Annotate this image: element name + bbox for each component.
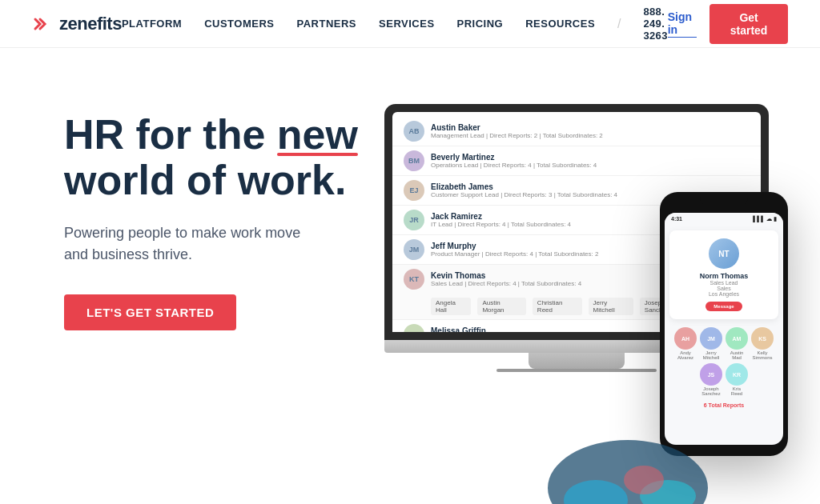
- nav-services[interactable]: SERVICES: [379, 18, 435, 30]
- report-name: AndyAlvarez: [677, 350, 693, 360]
- logo-icon: [32, 13, 54, 35]
- avatar: EJ: [404, 180, 424, 201]
- mini-avatar: AH: [674, 327, 697, 350]
- nav-pricing[interactable]: PRICING: [457, 18, 504, 30]
- table-row: BM Beverly Martinez Operations Lead | Di…: [392, 146, 761, 176]
- phone-device: 4:31 ▌▌▌ ☁ ▮ NT Norm Thomas Sales Lead S…: [660, 192, 788, 456]
- logo[interactable]: zenefits: [32, 13, 122, 35]
- employee-info: Austin Baker Management Lead | Direct Re…: [431, 123, 750, 139]
- phone-number: 888. 249. 3263: [644, 6, 668, 42]
- reports-grid: AH AndyAlvarez JM JerryMitchell AM Austi…: [669, 324, 778, 399]
- laptop-stand: [529, 353, 625, 369]
- total-reports-label: 6 Total Reports: [669, 402, 778, 408]
- cta-button[interactable]: Let's Get Started: [64, 294, 236, 330]
- avatar: KT: [404, 269, 424, 290]
- message-button[interactable]: Message: [705, 302, 742, 311]
- header-actions: Sign in Get started: [668, 4, 788, 44]
- nav-platform[interactable]: PLATFORM: [122, 18, 182, 30]
- report-name: KrisReed: [731, 386, 742, 396]
- phone-notch: [700, 192, 748, 206]
- avatar: BM: [404, 150, 424, 171]
- phone-content: NT Norm Thomas Sales Lead Sales Los Ange…: [665, 226, 783, 413]
- sign-in-link[interactable]: Sign in: [668, 10, 697, 38]
- mini-avatar: KS: [751, 327, 774, 350]
- svg-point-3: [624, 466, 664, 494]
- logo-text: zenefits: [59, 14, 122, 34]
- header: zenefits PLATFORM CUSTOMERS PARTNERS SER…: [0, 0, 820, 48]
- nav-divider: /: [617, 17, 621, 31]
- sub-item: Christian Reed: [533, 298, 582, 315]
- headline-new-word: new: [277, 112, 358, 158]
- phone-signal: ▌▌▌ ☁ ▮: [753, 216, 777, 222]
- report-item: AM AustinMad: [726, 327, 748, 360]
- avatar: MG: [404, 324, 424, 332]
- report-item: KR KrisReed: [726, 363, 748, 396]
- nav-resources[interactable]: RESOURCES: [525, 18, 595, 30]
- report-name: JosephSanchez: [701, 386, 720, 396]
- hero-devices: AB Austin Baker Management Lead | Direct…: [384, 96, 788, 504]
- phone-status-bar: 4:31 ▌▌▌ ☁ ▮: [665, 213, 783, 226]
- map-decoration: [548, 424, 708, 504]
- report-name: JerryMitchell: [703, 350, 719, 360]
- profile-avatar: NT: [709, 238, 739, 269]
- hero-section: HR for the newworld of work. Powering pe…: [0, 48, 820, 504]
- employee-info: Beverly Martinez Operations Lead | Direc…: [431, 153, 750, 169]
- profile-card: NT Norm Thomas Sales Lead Sales Los Ange…: [669, 230, 778, 319]
- employee-title: Management Lead | Direct Reports: 2 | To…: [431, 132, 750, 139]
- profile-location: Los Angeles: [677, 291, 770, 297]
- hero-headline: HR for the newworld of work.: [64, 112, 368, 203]
- employee-name: Austin Baker: [431, 123, 750, 132]
- table-row: AB Austin Baker Management Lead | Direct…: [392, 117, 761, 146]
- sub-item: Angela Hall: [431, 298, 471, 315]
- employee-name: Beverly Martinez: [431, 153, 750, 162]
- nav-customers[interactable]: CUSTOMERS: [204, 18, 274, 30]
- avatar: JM: [404, 239, 424, 260]
- avatar: JR: [404, 210, 424, 230]
- report-name: AustinMad: [730, 350, 744, 360]
- report-item: JS JosephSanchez: [700, 363, 722, 396]
- profile-role: Sales Lead: [677, 280, 770, 286]
- profile-name: Norm Thomas: [677, 272, 770, 280]
- report-item: AH AndyAlvarez: [674, 327, 697, 360]
- mini-avatar: KR: [726, 363, 748, 386]
- mini-avatar: JM: [700, 327, 722, 350]
- report-name: KellySimmons: [752, 350, 772, 360]
- employee-name: Elizabeth James: [431, 182, 750, 191]
- sub-item: Jerry Mitchell: [589, 298, 633, 315]
- hero-subtitle: Powering people to make work move and bu…: [64, 222, 304, 266]
- phone-screen: 4:31 ▌▌▌ ☁ ▮ NT Norm Thomas Sales Lead S…: [665, 213, 783, 445]
- nav-partners[interactable]: PARTNERS: [297, 18, 357, 30]
- report-item: KS KellySimmons: [751, 327, 774, 360]
- mini-avatar: AM: [726, 327, 748, 350]
- mini-avatar: JS: [700, 363, 722, 386]
- report-item: JM JerryMitchell: [700, 327, 722, 360]
- avatar: AB: [404, 121, 424, 142]
- hero-left: HR for the newworld of work. Powering pe…: [64, 96, 368, 330]
- sub-item: Austin Morgan: [477, 298, 525, 315]
- main-nav: PLATFORM CUSTOMERS PARTNERS SERVICES PRI…: [122, 6, 668, 42]
- profile-dept: Sales: [677, 286, 770, 291]
- get-started-header-button[interactable]: Get started: [709, 4, 788, 44]
- laptop-foot: [496, 369, 657, 372]
- phone-time: 4:31: [671, 216, 682, 222]
- employee-title: Operations Lead | Direct Reports: 4 | To…: [431, 162, 750, 169]
